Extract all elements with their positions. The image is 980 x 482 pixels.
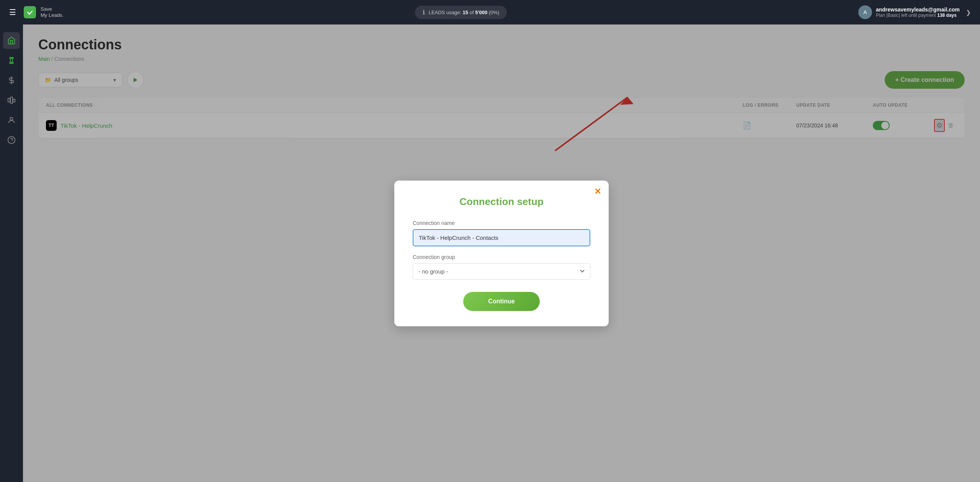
continue-button[interactable]: Continue [463, 292, 540, 311]
hamburger-icon[interactable]: ☰ [9, 8, 16, 17]
svg-point-1 [12, 57, 13, 59]
leads-usage-text: LEADS usage: 15 of 5'000 (0%) [429, 10, 500, 15]
close-button[interactable]: ✕ [594, 187, 601, 197]
sidebar [0, 24, 23, 482]
connection-name-group: Connection name [413, 220, 590, 246]
sidebar-item-billing[interactable] [3, 72, 20, 89]
avatar: A [858, 5, 872, 19]
connection-group-group: Connection group - no group - [413, 254, 590, 280]
leads-usage: ℹ LEADS usage: 15 of 5'000 (0%) [415, 6, 507, 19]
svg-point-3 [12, 62, 13, 64]
logo-text: Save My Leads. [41, 6, 64, 18]
logo-icon [24, 6, 36, 18]
modal-dialog: ✕ Connection setup Connection name Conne… [394, 181, 609, 326]
svg-point-2 [10, 62, 11, 64]
chevron-down-icon[interactable]: ❯ [966, 9, 971, 16]
sidebar-item-integrations[interactable] [3, 92, 20, 109]
user-email: andrewsavemyleads@gmail.com [876, 7, 960, 13]
connection-group-label: Connection group [413, 254, 590, 260]
connection-name-label: Connection name [413, 220, 590, 226]
connection-name-input[interactable] [413, 229, 590, 246]
user-info: A andrewsavemyleads@gmail.com Plan |Basi… [858, 5, 960, 19]
user-plan: Plan |Basic| left until payment 138 days [876, 13, 960, 18]
connection-group-select[interactable]: - no group - [413, 263, 590, 280]
svg-point-12 [10, 117, 13, 120]
svg-rect-11 [13, 99, 15, 102]
info-icon: ℹ [423, 9, 425, 16]
svg-point-0 [10, 57, 11, 59]
topnav: ☰ Save My Leads. ℹ LEADS usage: 15 of 5'… [0, 0, 980, 24]
sidebar-item-connections[interactable] [3, 52, 20, 69]
sidebar-item-help[interactable] [3, 132, 20, 148]
svg-rect-9 [8, 98, 10, 102]
modal-overlay: ✕ Connection setup Connection name Conne… [23, 24, 980, 482]
sidebar-item-account[interactable] [3, 112, 20, 129]
sidebar-item-home[interactable] [3, 32, 20, 49]
modal-title: Connection setup [413, 196, 590, 208]
svg-rect-10 [10, 97, 13, 104]
